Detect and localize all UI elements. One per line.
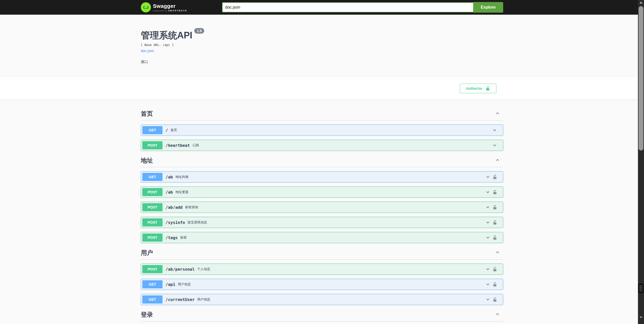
api-section: 用户 POST /ab/personal 个人信息 <box>141 249 503 305</box>
section-header[interactable]: 地址 <box>141 156 503 167</box>
topbar: {…} Swagger Supported by SMARTBEAR Explo… <box>0 0 644 15</box>
page-title: 管理系统API1.0 <box>141 29 503 42</box>
method-badge: POST <box>142 265 163 273</box>
endpoint-summary: 首页 <box>171 128 492 132</box>
section-title: 地址 <box>141 156 153 165</box>
api-section: 首页 GET / 首页 POST <box>141 110 503 151</box>
lock-button[interactable] <box>493 174 497 179</box>
chevron-down-icon[interactable] <box>485 235 490 240</box>
scroll-down-arrow-icon[interactable] <box>639 316 642 318</box>
endpoint-row: GET /api 用户信息 <box>141 279 503 290</box>
scrollbar-thumb[interactable] <box>638 6 643 151</box>
chevron-up-icon[interactable] <box>495 250 500 256</box>
spec-link[interactable]: doc.json <box>141 49 154 53</box>
section-title: 首页 <box>141 110 153 118</box>
endpoint-row: POST /sysinfo 提交系统信息 <box>141 217 503 228</box>
endpoint-row: POST /tags 标签 <box>141 232 503 243</box>
method-badge: POST <box>142 234 163 242</box>
chevron-up-icon[interactable] <box>495 312 500 318</box>
chevron-up-icon[interactable] <box>495 157 500 164</box>
endpoint-summary-bar[interactable]: GET / 首页 <box>141 125 503 135</box>
swagger-logo-icon: {…} <box>141 2 151 12</box>
section-title: 登录 <box>141 311 153 319</box>
swagger-logo[interactable]: {…} Swagger Supported by SMARTBEAR <box>141 2 187 12</box>
endpoint-summary-bar[interactable]: POST /heartbeat 心跳 <box>141 140 503 151</box>
endpoint-summary: 标签 <box>180 235 485 240</box>
section-header[interactable]: 登录 <box>141 311 503 321</box>
method-badge: GET <box>142 280 163 288</box>
unlock-icon <box>493 174 497 179</box>
chevron-down-icon[interactable] <box>485 282 490 287</box>
endpoint-row: GET /ab 地址列表 <box>141 171 503 182</box>
section-endpoints: GET / 首页 POST /heartbeat 心跳 <box>141 125 503 151</box>
spec-url-form: Explore <box>222 2 503 13</box>
endpoint-summary-bar[interactable]: POST /tags 标签 <box>141 232 503 243</box>
lock-button[interactable] <box>493 220 497 225</box>
lock-button[interactable] <box>493 190 497 195</box>
method-badge: POST <box>142 188 163 196</box>
lock-button[interactable] <box>493 205 497 210</box>
endpoint-summary-bar[interactable]: POST /sysinfo 提交系统信息 <box>141 217 503 228</box>
endpoint-path: /ab <box>163 190 175 195</box>
endpoint-path: /sysinfo <box>163 220 187 225</box>
endpoint-summary-bar[interactable]: GET /ab 地址列表 <box>141 172 503 182</box>
chevron-down-icon[interactable] <box>485 190 490 195</box>
endpoint-summary: 地址列表 <box>175 175 485 179</box>
endpoint-row: POST /heartbeat 心跳 <box>141 140 503 151</box>
chevron-down-icon[interactable] <box>485 220 490 225</box>
version-badge: 1.0 <box>194 28 204 34</box>
lock-button[interactable] <box>493 235 497 240</box>
info-section: 管理系统API1.0 [ Base URL: /api ] doc.json 接… <box>0 15 644 77</box>
endpoint-summary: 提交系统信息 <box>187 220 485 225</box>
unlock-icon <box>493 282 497 287</box>
chevron-down-icon[interactable] <box>492 128 497 133</box>
api-section: 地址 GET /ab 地址列表 <box>141 156 503 243</box>
section-endpoints: GET /ab 地址列表 POST /ab <box>141 171 503 243</box>
endpoint-path: /heartbeat <box>163 143 192 148</box>
method-badge: GET <box>142 173 163 181</box>
endpoint-summary-bar[interactable]: POST /ab/add 标签添加 <box>141 202 503 213</box>
section-endpoints: POST /ab/personal 个人信息 GET <box>141 264 503 305</box>
scroll-up-arrow-icon[interactable] <box>639 2 642 4</box>
unlock-icon <box>493 235 497 240</box>
unlock-icon <box>493 297 497 302</box>
chevron-down-icon[interactable] <box>485 267 490 272</box>
endpoint-path: /api <box>163 282 178 287</box>
endpoint-summary: 个人信息 <box>197 267 485 271</box>
scheme-container: Authorize <box>0 77 644 100</box>
lock-button[interactable] <box>493 267 497 272</box>
method-badge: POST <box>142 218 163 226</box>
endpoint-path: /tags <box>163 235 180 240</box>
unlock-icon <box>493 220 497 225</box>
unlock-icon <box>493 205 497 210</box>
section-header[interactable]: 首页 <box>141 110 503 121</box>
endpoint-summary: 用户信息 <box>178 282 485 287</box>
method-badge: POST <box>142 141 163 149</box>
chevron-down-icon[interactable] <box>485 205 490 210</box>
endpoint-summary-bar[interactable]: GET /currentUser 用户信息 <box>141 294 503 305</box>
authorize-button[interactable]: Authorize <box>460 84 496 93</box>
explore-button[interactable]: Explore <box>473 2 503 13</box>
endpoint-summary-bar[interactable]: POST /ab 地址更新 <box>141 187 503 197</box>
lock-button[interactable] <box>493 297 497 302</box>
spec-url-input[interactable] <box>222 2 473 12</box>
section-title: 用户 <box>141 249 153 257</box>
endpoint-summary-bar[interactable]: POST /ab/personal 个人信息 <box>141 264 503 274</box>
endpoint-path: / <box>163 128 171 133</box>
chevron-down-icon[interactable] <box>485 297 490 302</box>
chevron-up-icon[interactable] <box>495 111 500 117</box>
brand-subtitle: Supported by SMARTBEAR <box>153 9 187 12</box>
chevron-down-icon[interactable] <box>485 174 490 179</box>
chevron-down-icon[interactable] <box>492 143 497 148</box>
section-header[interactable]: 用户 <box>141 249 503 260</box>
scroll-minimap-marker <box>638 284 643 293</box>
endpoint-summary-bar[interactable]: GET /api 用户信息 <box>141 279 503 290</box>
endpoint-summary: 心跳 <box>192 143 492 148</box>
lock-button[interactable] <box>493 282 497 287</box>
endpoint-summary: 标签添加 <box>185 205 485 210</box>
method-badge: GET <box>142 126 163 134</box>
scrollbar-track[interactable] <box>638 0 644 324</box>
method-badge: GET <box>142 295 163 304</box>
endpoint-path: /currentUser <box>163 297 197 302</box>
unlock-icon <box>493 190 497 195</box>
